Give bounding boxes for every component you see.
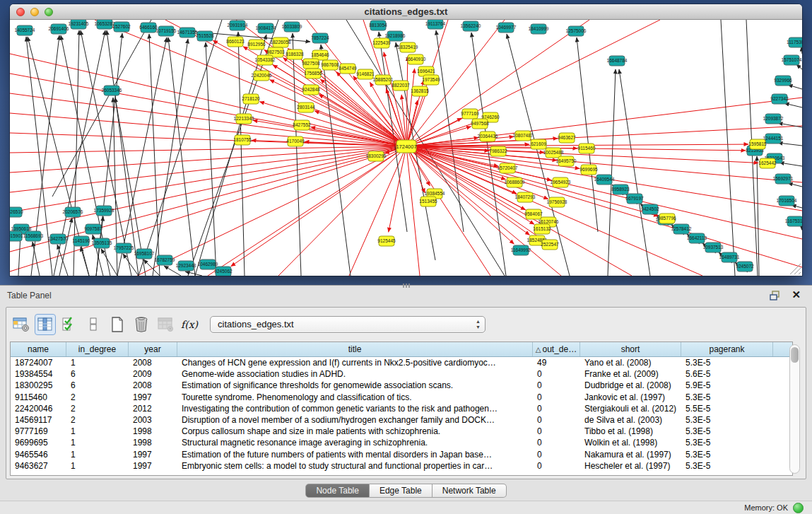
graph-node[interactable]: 16958107 [134, 249, 155, 259]
table-row[interactable]: 977716911998Corpus callosum shape and si… [11, 426, 792, 437]
show-columns-icon[interactable] [35, 314, 56, 335]
graph-node[interactable]: 14671355 [177, 28, 198, 37]
graph-node[interactable]: 9497568 [471, 119, 489, 129]
graph-node[interactable]: 9115460 [578, 144, 596, 153]
graph-node[interactable]: 17359928 [94, 206, 114, 216]
zoom-window-icon[interactable] [45, 8, 53, 16]
graph-node[interactable]: 1756856 [304, 69, 322, 78]
function-builder-icon[interactable]: f(x) [179, 314, 200, 335]
graph-node[interactable]: 9584067 [524, 209, 543, 219]
graph-node[interactable]: 9329966 [774, 76, 792, 86]
graph-node[interactable]: 9245072 [736, 262, 754, 271]
minimize-window-icon[interactable] [30, 8, 39, 16]
graph-node[interactable]: 1810755 [233, 135, 252, 145]
graph-node[interactable]: 1615132 [533, 224, 551, 234]
graph-node[interactable]: 19084174 [256, 23, 276, 33]
graph-node[interactable]: 8454749 [339, 64, 357, 74]
graph-node[interactable]: 16495750 [556, 156, 577, 166]
graph-node[interactable]: 12578412 [671, 224, 692, 234]
select-all-icon[interactable] [59, 314, 80, 335]
graph-node[interactable]: 9857796 [658, 214, 676, 223]
node-table[interactable]: namein_degreeyeartitle△out_de…shortpager… [10, 341, 793, 476]
graph-node[interactable]: 15692971 [773, 174, 794, 184]
table-scrollbar[interactable] [789, 344, 800, 474]
graph-node[interactable]: 22420046 [252, 71, 272, 81]
graph-node[interactable]: 7515528 [196, 31, 214, 41]
table-row[interactable]: 1872400712008Changes of HCN gene express… [11, 357, 792, 368]
graph-node[interactable]: 10469977 [496, 23, 517, 33]
graph-node[interactable]: 13505135 [92, 238, 112, 248]
graph-node[interactable]: 2803144 [297, 103, 315, 112]
graph-node[interactable]: 1225439 [372, 38, 391, 48]
tab-edge-table[interactable]: Edge Table [370, 484, 433, 498]
delete-table-icon[interactable] [131, 314, 152, 335]
table-row[interactable]: 969969511998Structural magnetic resonanc… [11, 437, 792, 448]
graph-node[interactable]: 17957225 [114, 243, 134, 253]
graph-node[interactable]: 16648784 [607, 56, 628, 66]
graph-node[interactable]: 10543382 [255, 55, 276, 65]
graph-node[interactable]: 16489731 [719, 252, 740, 262]
graph-node[interactable]: 19231405 [69, 20, 89, 29]
graph-node[interactable]: 20691406 [49, 24, 69, 34]
graph-node[interactable]: 9125445 [377, 236, 396, 246]
graph-node[interactable]: 18300295 [366, 151, 387, 161]
close-window-icon[interactable] [16, 8, 25, 16]
graph-node[interactable]: 4170049 [286, 136, 305, 146]
graph-node[interactable]: 12923448 [176, 261, 196, 271]
graph-node[interactable]: 1625442 [758, 158, 777, 168]
table-row[interactable]: 1830029562008Estimation of significance … [11, 380, 792, 391]
graph-node[interactable]: 15720407 [498, 163, 518, 173]
graph-node[interactable]: 11675312 [785, 216, 802, 226]
graph-node[interactable]: 13427570 [48, 234, 69, 244]
clear-selection-icon[interactable] [83, 314, 104, 335]
graph-node[interactable]: 18410999 [529, 24, 549, 34]
tab-network-table[interactable]: Network Table [433, 484, 507, 498]
column-header-short[interactable]: short [580, 342, 681, 356]
table-row[interactable]: 1938455462009Genome-wide association stu… [11, 368, 792, 380]
graph-node[interactable]: 1145190 [73, 236, 90, 246]
graph-node[interactable]: 1513455 [419, 197, 437, 206]
memory-status-icon[interactable] [793, 503, 804, 513]
column-header-name[interactable]: name [11, 342, 66, 356]
graph-node[interactable]: 9827508 [302, 59, 320, 69]
graph-node[interactable]: 11568693 [23, 231, 44, 241]
graph-node[interactable]: 9424502 [641, 204, 659, 214]
window-titlebar[interactable]: citations_edges.txt [10, 4, 802, 20]
graph-node[interactable]: 2326510 [10, 207, 23, 217]
graph-hub-node[interactable]: 1724007 [396, 140, 416, 153]
graph-node[interactable]: 9777169 [461, 109, 479, 119]
graph-node[interactable]: 16033809 [282, 22, 302, 32]
graph-node[interactable]: 8822037 [392, 81, 410, 90]
graph-node[interactable]: 13562240 [461, 21, 481, 31]
table-scrollbar-thumb[interactable] [791, 347, 799, 363]
graph-node[interactable]: 7986322 [489, 146, 507, 156]
graph-node[interactable]: 12093872 [763, 114, 784, 124]
graph-node[interactable]: 19113764 [425, 20, 446, 29]
graph-node[interactable]: 18325419 [398, 42, 418, 52]
graph-node[interactable]: 16642113 [687, 233, 707, 243]
graph-node[interactable]: 18226058 [271, 37, 291, 47]
graph-node[interactable]: 15751074 [782, 55, 802, 65]
graph-node[interactable]: 9097587 [84, 224, 102, 234]
graph-node[interactable]: 9227342 [770, 94, 789, 104]
graph-node[interactable]: 9699695 [579, 165, 598, 175]
table-row[interactable]: 946554611997Estimation of the future num… [11, 449, 792, 460]
graph-node[interactable]: 19756928 [547, 197, 567, 207]
graph-node[interactable]: 16640910 [406, 54, 426, 64]
close-panel-icon[interactable]: ✕ [792, 288, 801, 301]
graph-node[interactable]: 12213343 [234, 114, 254, 124]
graph-node[interactable]: 1595815 [748, 139, 767, 149]
column-header-pagerank[interactable]: pagerank [681, 342, 773, 356]
graph-node[interactable]: 8958923 [611, 185, 630, 194]
table-row[interactable]: 2242004622012Investigating the contribut… [11, 403, 792, 414]
graph-node[interactable]: 15885201 [373, 75, 394, 85]
graph-node[interactable]: 20931914 [228, 21, 248, 30]
graph-node[interactable]: 20206576 [63, 207, 83, 217]
graph-node[interactable]: 6466160 [139, 23, 158, 33]
graph-node[interactable]: 18407293 [515, 192, 536, 202]
graph-node[interactable]: 8660123 [226, 37, 245, 47]
graph-node[interactable]: 14055724 [15, 25, 35, 35]
graph-node[interactable]: 6679197 [625, 194, 644, 204]
graph-node[interactable]: 17016504 [777, 196, 797, 206]
tab-node-table[interactable]: Node Table [305, 484, 370, 498]
